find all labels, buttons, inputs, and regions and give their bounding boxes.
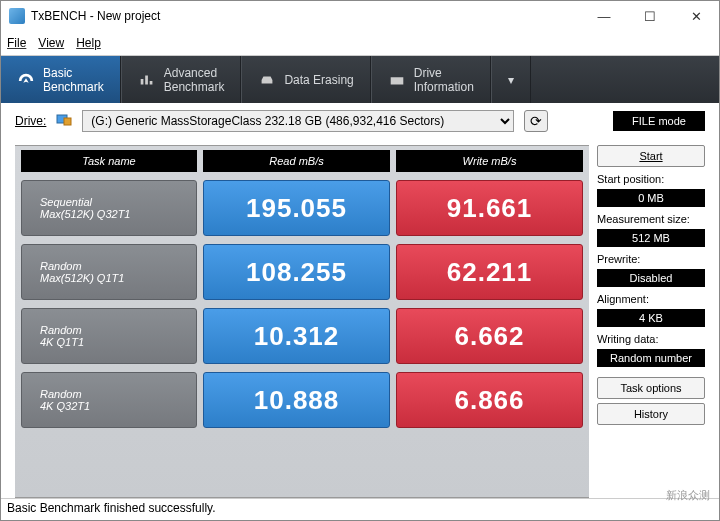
tab-data-erasing[interactable]: Data Erasing <box>241 56 370 103</box>
title-bar: TxBENCH - New project — ☐ ✕ <box>1 1 719 31</box>
menu-help[interactable]: Help <box>76 36 101 50</box>
app-icon <box>9 8 25 24</box>
tab-more-dropdown[interactable]: ▾ <box>491 56 531 103</box>
drive-select[interactable]: (G:) Generic MassStorageClass 232.18 GB … <box>82 110 514 132</box>
start-position-value[interactable]: 0 MB <box>597 189 705 207</box>
start-button[interactable]: Start <box>597 145 705 167</box>
chart-icon <box>138 71 156 89</box>
app-window: TxBENCH - New project — ☐ ✕ File View He… <box>0 0 720 521</box>
menu-file[interactable]: File <box>7 36 26 50</box>
writing-data-value[interactable]: Random number <box>597 349 705 367</box>
write-value: 6.866 <box>396 372 583 428</box>
alignment-value[interactable]: 4 KB <box>597 309 705 327</box>
erase-icon <box>258 71 276 89</box>
task-button-sequential[interactable]: SequentialMax(512K) Q32T1 <box>21 180 197 236</box>
col-read: Read mB/s <box>203 150 390 172</box>
drive-device-icon <box>56 113 72 130</box>
task-options-button[interactable]: Task options <box>597 377 705 399</box>
read-value: 195.055 <box>203 180 390 236</box>
bench-row: Random4K Q1T1 10.312 6.662 <box>21 308 583 364</box>
col-task: Task name <box>21 150 197 172</box>
main-area: Task name Read mB/s Write mB/s Sequentia… <box>1 139 719 498</box>
prewrite-label: Prewrite: <box>597 253 705 265</box>
write-value: 62.211 <box>396 244 583 300</box>
drive-bar: Drive: (G:) Generic MassStorageClass 232… <box>1 103 719 139</box>
tab-advanced-benchmark[interactable]: AdvancedBenchmark <box>121 56 242 103</box>
start-position-label: Start position: <box>597 173 705 185</box>
history-button[interactable]: History <box>597 403 705 425</box>
bench-header: Task name Read mB/s Write mB/s <box>21 150 583 172</box>
gauge-icon <box>17 71 35 89</box>
menu-bar: File View Help <box>1 31 719 55</box>
bench-row: RandomMax(512K) Q1T1 108.255 62.211 <box>21 244 583 300</box>
menu-view[interactable]: View <box>38 36 64 50</box>
read-value: 108.255 <box>203 244 390 300</box>
measurement-size-label: Measurement size: <box>597 213 705 225</box>
tab-label: Data Erasing <box>284 73 353 87</box>
write-value: 91.661 <box>396 180 583 236</box>
tab-basic-benchmark[interactable]: BasicBenchmark <box>1 56 121 103</box>
tab-label: DriveInformation <box>414 66 474 94</box>
tab-bar: BasicBenchmark AdvancedBenchmark Data Er… <box>1 55 719 103</box>
writing-data-label: Writing data: <box>597 333 705 345</box>
bench-row: Random4K Q32T1 10.888 6.866 <box>21 372 583 428</box>
maximize-button[interactable]: ☐ <box>627 1 673 31</box>
measurement-size-value[interactable]: 512 MB <box>597 229 705 247</box>
alignment-label: Alignment: <box>597 293 705 305</box>
tab-drive-information[interactable]: DriveInformation <box>371 56 491 103</box>
write-value: 6.662 <box>396 308 583 364</box>
read-value: 10.312 <box>203 308 390 364</box>
tab-label: AdvancedBenchmark <box>164 66 225 94</box>
task-button-4k-q32[interactable]: Random4K Q32T1 <box>21 372 197 428</box>
task-button-4k-q1[interactable]: Random4K Q1T1 <box>21 308 197 364</box>
close-button[interactable]: ✕ <box>673 1 719 31</box>
side-panel: Start Start position: 0 MB Measurement s… <box>597 145 705 498</box>
file-mode-button[interactable]: FILE mode <box>613 111 705 131</box>
minimize-button[interactable]: — <box>581 1 627 31</box>
drive-label: Drive: <box>15 114 46 128</box>
watermark: 新浪众测 <box>666 488 710 503</box>
col-write: Write mB/s <box>396 150 583 172</box>
prewrite-value[interactable]: Disabled <box>597 269 705 287</box>
benchmark-panel: Task name Read mB/s Write mB/s Sequentia… <box>15 145 589 498</box>
drive-icon <box>388 71 406 89</box>
status-bar: Basic Benchmark finished successfully. <box>1 498 719 520</box>
tab-label: BasicBenchmark <box>43 66 104 94</box>
task-button-random-q1[interactable]: RandomMax(512K) Q1T1 <box>21 244 197 300</box>
read-value: 10.888 <box>203 372 390 428</box>
bench-row: SequentialMax(512K) Q32T1 195.055 91.661 <box>21 180 583 236</box>
refresh-button[interactable]: ⟳ <box>524 110 548 132</box>
window-title: TxBENCH - New project <box>31 9 581 23</box>
svg-rect-1 <box>64 118 71 125</box>
